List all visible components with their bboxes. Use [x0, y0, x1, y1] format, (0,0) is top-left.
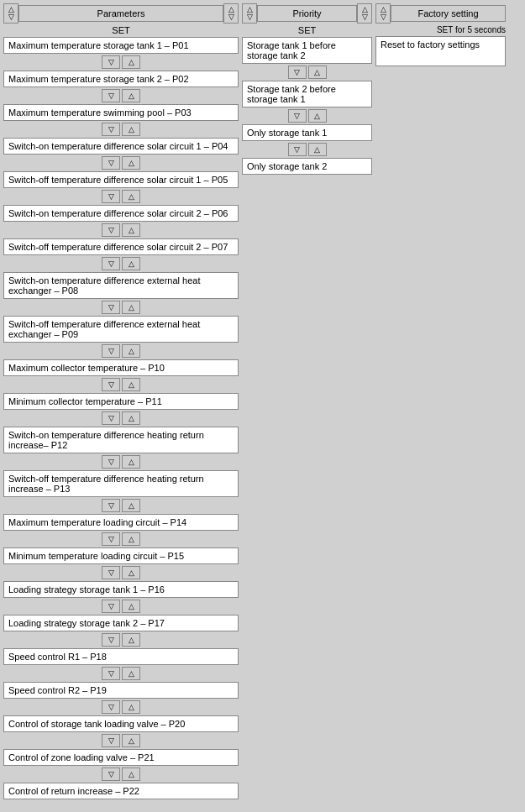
nav-up-btn[interactable]: △	[122, 455, 140, 469]
factory-column: △ ▽ Factory setting SET for 5 seconds Re…	[375, 3, 506, 66]
param-item[interactable]: Switch-off temperature difference heatin…	[3, 470, 239, 497]
priority-nav-up-btn[interactable]: △	[308, 65, 327, 79]
nav-down-btn[interactable]: ▽	[102, 734, 120, 747]
nav-up-btn[interactable]: △	[122, 667, 140, 680]
param-item[interactable]: Speed control R1 – P18	[3, 648, 239, 665]
param-item[interactable]: Switch-off temperature difference extern…	[3, 316, 239, 343]
param-item[interactable]: Maximum temperature storage tank 2 – P02	[3, 71, 239, 87]
priority-nav-down-btn[interactable]: ▽	[288, 109, 307, 123]
params-updown-btn2[interactable]: △ ▽	[223, 3, 239, 24]
param-item[interactable]: Control of storage tank loading valve – …	[3, 715, 239, 732]
nav-down-btn[interactable]: ▽	[102, 223, 120, 237]
nav-down-btn[interactable]: ▽	[102, 190, 120, 203]
nav-row: ▽ △	[3, 190, 239, 203]
priority-updown-btn[interactable]: △ ▽	[242, 3, 257, 24]
param-item[interactable]: Minimum collector temperature – P11	[3, 393, 239, 410]
nav-up-btn[interactable]: △	[122, 532, 140, 546]
nav-down-btn[interactable]: ▽	[102, 89, 120, 102]
nav-up-btn[interactable]: △	[122, 301, 140, 314]
nav-up-btn[interactable]: △	[122, 55, 140, 69]
priority-header: Priority	[257, 5, 357, 22]
nav-up-btn[interactable]: △	[122, 123, 140, 136]
nav-down-btn[interactable]: ▽	[102, 455, 120, 469]
priority-item[interactable]: Storage tank 1 before storage tank 2	[242, 37, 372, 64]
param-item[interactable]: Maximum temperature loading circuit – P1…	[3, 514, 239, 531]
param-item[interactable]: Switch-on temperature difference externa…	[3, 272, 239, 299]
nav-row: ▽ △	[3, 499, 239, 512]
param-item[interactable]: Speed control R2 – P19	[3, 682, 239, 699]
priority-item[interactable]: Storage tank 2 before storage tank 1	[242, 81, 372, 107]
nav-up-btn[interactable]: △	[122, 700, 140, 714]
param-item[interactable]: Maximum collector temperature – P10	[3, 359, 239, 376]
factory-updown-btn[interactable]: △ ▽	[375, 3, 391, 24]
nav-up-btn[interactable]: △	[122, 223, 140, 237]
priority-nav-up-btn[interactable]: △	[308, 143, 327, 156]
nav-up-btn[interactable]: △	[122, 378, 140, 391]
param-item[interactable]: Switch-on temperature difference solar c…	[3, 205, 239, 222]
params-header: Parameters	[18, 5, 223, 22]
param-item[interactable]: Minimum temperature loading circuit – P1…	[3, 547, 239, 564]
nav-up-btn[interactable]: △	[122, 600, 140, 613]
nav-down-btn[interactable]: ▽	[102, 700, 120, 714]
param-item[interactable]: Loading strategy storage tank 1 – P16	[3, 581, 239, 598]
nav-row: ▽ △	[3, 600, 239, 613]
factory-reset-btn[interactable]: Reset to factory settings	[375, 36, 506, 66]
nav-up-btn[interactable]: △	[122, 566, 140, 579]
param-item[interactable]: Maximum temperature swimming pool – P03	[3, 104, 239, 121]
nav-down-btn[interactable]: ▽	[102, 667, 120, 680]
priority-nav-down-btn[interactable]: ▽	[288, 65, 307, 79]
priority-set-label: SET	[242, 25, 372, 35]
param-item[interactable]: Control of zone loading valve – P21	[3, 749, 239, 766]
nav-up-btn[interactable]: △	[122, 411, 140, 425]
nav-down-btn[interactable]: ▽	[102, 344, 120, 358]
param-item[interactable]: Switch-on temperature difference heating…	[3, 427, 239, 453]
nav-down-btn[interactable]: ▽	[102, 566, 120, 579]
param-item[interactable]: Switch-on temperature difference solar c…	[3, 138, 239, 155]
priority-item[interactable]: Only storage tank 1	[242, 124, 372, 141]
nav-down-btn[interactable]: ▽	[102, 378, 120, 391]
nav-up-btn[interactable]: △	[122, 767, 140, 781]
nav-up-btn[interactable]: △	[122, 190, 140, 203]
nav-up-btn[interactable]: △	[122, 734, 140, 747]
nav-up-btn[interactable]: △	[122, 344, 140, 358]
param-item[interactable]: Maximum temperature storage tank 1 – P01	[3, 37, 239, 54]
param-item[interactable]: Switch-off temperature difference solar …	[3, 171, 239, 188]
nav-up-btn[interactable]: △	[122, 156, 140, 170]
nav-row: ▽ △	[3, 411, 239, 425]
nav-row: ▽ △	[3, 89, 239, 102]
priority-header-row: △ ▽ Priority △ ▽	[242, 3, 372, 24]
param-item[interactable]: Switch-off temperature difference solar …	[3, 238, 239, 255]
param-item[interactable]: Control of return increase – P22	[3, 783, 239, 799]
nav-down-btn[interactable]: ▽	[102, 767, 120, 781]
nav-down-btn[interactable]: ▽	[102, 257, 120, 270]
param-item[interactable]: Loading strategy storage tank 2 – P17	[3, 615, 239, 631]
priority-nav-down-btn[interactable]: ▽	[288, 143, 307, 156]
nav-row: ▽ △	[3, 301, 239, 314]
priority-updown-btn2[interactable]: △ ▽	[357, 3, 372, 24]
nav-up-btn[interactable]: △	[122, 89, 140, 102]
nav-down-btn[interactable]: ▽	[102, 532, 120, 546]
nav-down-btn[interactable]: ▽	[102, 156, 120, 170]
nav-up-btn[interactable]: △	[122, 499, 140, 512]
nav-down-btn[interactable]: ▽	[102, 301, 120, 314]
nav-row: ▽ △	[3, 223, 239, 237]
priority-nav-row: ▽ △	[242, 65, 372, 79]
priority-column: △ ▽ Priority △ ▽ SET Storage tank 1 befo…	[242, 3, 372, 175]
nav-down-btn[interactable]: ▽	[102, 499, 120, 512]
priority-item[interactable]: Only storage tank 2	[242, 158, 372, 175]
nav-up-btn[interactable]: △	[122, 633, 140, 647]
nav-down-btn[interactable]: ▽	[102, 600, 120, 613]
priority-nav-up-btn[interactable]: △	[308, 109, 327, 123]
params-updown-btn[interactable]: △ ▽	[3, 3, 18, 24]
nav-down-btn[interactable]: ▽	[102, 55, 120, 69]
nav-row: ▽ △	[3, 455, 239, 469]
nav-row: ▽ △	[3, 344, 239, 358]
nav-down-btn[interactable]: ▽	[102, 633, 120, 647]
factory-set-for-label: SET for 5 seconds	[375, 25, 506, 34]
factory-header-row: △ ▽ Factory setting	[375, 3, 506, 24]
nav-up-btn[interactable]: △	[122, 257, 140, 270]
nav-row: ▽ △	[3, 156, 239, 170]
nav-down-btn[interactable]: ▽	[102, 123, 120, 136]
nav-row: ▽ △	[3, 378, 239, 391]
nav-down-btn[interactable]: ▽	[102, 411, 120, 425]
